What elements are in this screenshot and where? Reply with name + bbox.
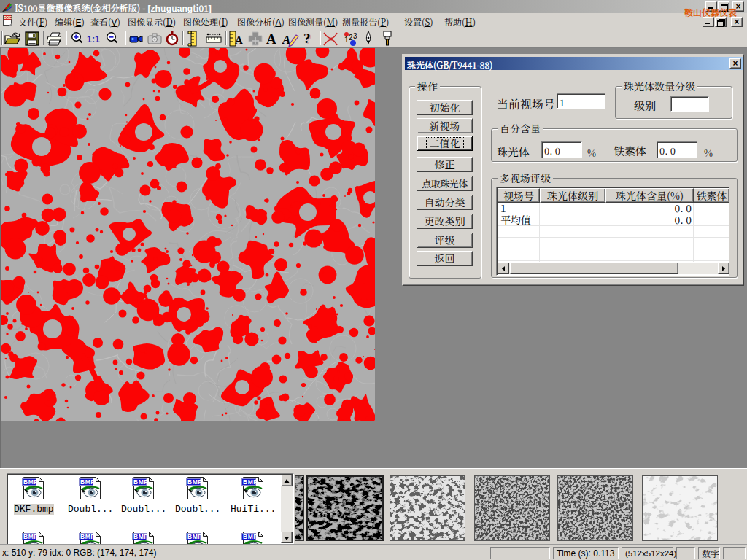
svg-text:BMP: BMP bbox=[133, 478, 148, 486]
svg-text:A: A bbox=[235, 34, 243, 46]
svg-text:BMP: BMP bbox=[243, 533, 258, 540]
svg-text:BMP: BMP bbox=[80, 533, 95, 540]
svg-text:3: 3 bbox=[353, 32, 357, 40]
svg-text:1:1: 1:1 bbox=[87, 34, 100, 44]
svg-text:BMP: BMP bbox=[23, 533, 38, 540]
svg-text:?: ? bbox=[303, 31, 311, 46]
svg-text:BMP: BMP bbox=[187, 533, 202, 540]
svg-text:BMP: BMP bbox=[243, 478, 258, 486]
svg-text:A: A bbox=[266, 31, 276, 47]
svg-text:BMP: BMP bbox=[187, 478, 202, 486]
svg-text:BMP: BMP bbox=[80, 478, 95, 486]
svg-text:DOC: DOC bbox=[4, 16, 12, 20]
svg-text:BMP: BMP bbox=[133, 533, 148, 540]
svg-text:BMP: BMP bbox=[23, 478, 38, 486]
